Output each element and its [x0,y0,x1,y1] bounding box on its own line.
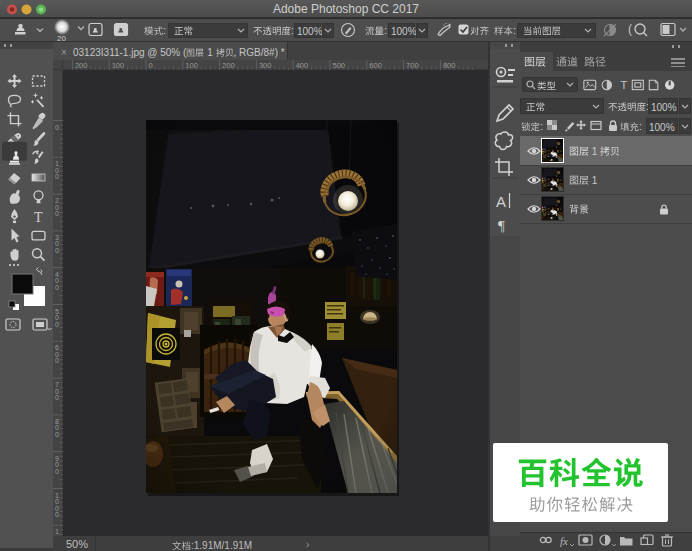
svg-text:0: 0 [55,357,59,364]
svg-text:0: 0 [55,321,59,328]
svg-text:0: 0 [55,468,59,475]
svg-text:0: 0 [55,394,59,401]
svg-text:20: 20 [57,34,66,42]
svg-text:0: 0 [55,210,59,217]
svg-text:A: A [496,193,506,210]
svg-text:0: 0 [55,511,59,518]
svg-text:0: 0 [55,124,59,131]
svg-text:0: 0 [55,247,59,254]
svg-text:fx: fx [560,535,568,547]
svg-text:T: T [620,79,627,91]
svg-text:0: 0 [55,431,59,438]
svg-text:0: 0 [55,284,59,291]
svg-text:T: T [34,210,43,225]
svg-text:¶: ¶ [498,218,505,234]
svg-text:0: 0 [55,173,59,180]
